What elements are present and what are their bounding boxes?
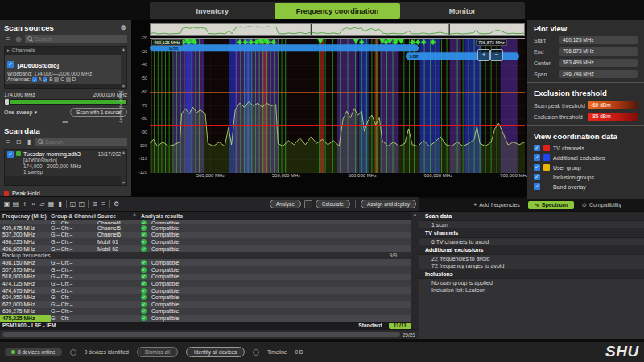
exclusion-threshold-field[interactable]: -85 dBm xyxy=(588,113,638,121)
table-footer-group[interactable]: PSM1000 - L8E - IEM Standard 11/11 ▾ xyxy=(0,322,419,330)
y-tick-label: -50 xyxy=(131,76,147,80)
table-horizontal-scrollbar[interactable]: 29/29 xyxy=(0,331,419,339)
table-row[interactable]: 496,225 MHzG:– Ch:–Mobil 01✓Compatible xyxy=(0,238,411,245)
spectrum-overview-strip[interactable] xyxy=(150,23,525,36)
checkbox-checked[interactable]: ✓ xyxy=(534,145,540,151)
col-source[interactable]: Source xyxy=(97,213,133,219)
y-tick-label: -40 xyxy=(131,62,147,67)
zoom-out-button[interactable]: − xyxy=(490,49,503,61)
antenna-b-checkbox[interactable]: ✓ xyxy=(43,77,47,82)
table-vertical-scrollbar[interactable]: ▲ xyxy=(411,212,419,329)
open-folder-icon[interactable]: ▱ xyxy=(38,200,47,208)
settings-icon[interactable]: ⚙ xyxy=(112,200,121,208)
col-analysis[interactable]: Analysis results xyxy=(141,213,213,219)
table-row[interactable]: 507,200 MHzG:– Ch:–Channel6✓Compatible xyxy=(0,232,411,239)
table-row[interactable]: 680,275 MHzG:– Ch:–✓Compatible xyxy=(0,308,411,315)
tab-compatibility[interactable]: ⊙Compatibility xyxy=(582,202,621,208)
frequency-range-slider[interactable] xyxy=(4,99,127,105)
scan-data-item[interactable]: ✓ Tuesday morning.sdb3 10/17/2023 [AD600… xyxy=(5,150,126,176)
paste-icon[interactable]: ▤ xyxy=(11,200,20,208)
import-icon[interactable]: ◱ xyxy=(68,200,77,208)
delete-scan-icon[interactable]: ▮ xyxy=(25,138,33,146)
coordination-item-2[interactable]: ✓User group xyxy=(527,162,644,172)
tab-monitor[interactable]: Monitor xyxy=(400,2,525,19)
tab-add-frequencies[interactable]: +Add frequencies xyxy=(473,202,520,208)
center-field[interactable]: 583,499 MHz xyxy=(559,59,638,67)
list-view-icon[interactable]: ≡ xyxy=(4,35,12,43)
grid-view-icon[interactable]: ⊞ xyxy=(90,200,99,208)
end-field[interactable]: 706,873 MHz xyxy=(559,47,638,56)
col-group-channel[interactable]: Group & Channel xyxy=(51,213,97,219)
compatible-icon: ✓ xyxy=(141,225,147,231)
save-icon[interactable]: ▦ xyxy=(47,200,56,208)
table-row[interactable]: 475,225 MHzG:– Ch:–✓Compatible xyxy=(0,315,411,322)
tab-frequency-coordination[interactable]: Frequency coordination xyxy=(275,3,399,19)
tab-inventory[interactable]: Inventory xyxy=(150,2,275,19)
antenna-c-checkbox[interactable] xyxy=(54,77,59,82)
checkbox-checked[interactable]: ✓ xyxy=(534,154,540,161)
zoom-in-button[interactable]: + xyxy=(477,49,490,61)
summary-line: Inclusion list: Leatcon xyxy=(419,286,644,294)
reorder-icon[interactable]: ↕ xyxy=(20,200,29,208)
checkbox-checked[interactable]: ✓ xyxy=(7,151,14,158)
analyze-checkbox[interactable] xyxy=(304,200,312,208)
antenna-a-checkbox[interactable]: ✓ xyxy=(32,77,37,82)
spectrum-plot[interactable]: G56L8E xyxy=(150,38,525,173)
assign-deploy-button[interactable]: Assign and deploy xyxy=(361,200,416,208)
footer-group-label: PSM1000 - L8E - IEM xyxy=(2,323,56,328)
gear-icon[interactable]: ⚙ xyxy=(119,24,127,31)
tab-spectrum[interactable]: ∿Spectrum xyxy=(528,201,574,209)
analysis-text: Compatible xyxy=(151,281,179,286)
y-tick-label: -90 xyxy=(131,130,147,134)
table-group-row[interactable]: Backup frequencies9/9 xyxy=(0,252,411,259)
tree-item-channels[interactable]: ▸ Channels xyxy=(5,47,126,55)
filter-icon[interactable]: ≡ xyxy=(99,200,108,208)
list-view-icon[interactable]: ≡ xyxy=(4,138,12,146)
col-frequency[interactable]: Frequency (MHz) xyxy=(0,213,51,219)
identify-all-devices-button[interactable]: Identify all devices xyxy=(186,347,245,357)
coordination-item-4[interactable]: ✓Band overlay xyxy=(527,182,644,191)
table-row[interactable]: 474,125 MHzG:– Ch:–✓Compatible xyxy=(0,280,411,287)
footer-count-badge: 11/11 xyxy=(389,323,411,329)
table-row[interactable]: 604,950 MHzG:– Ch:–✓Compatible xyxy=(0,294,411,301)
table-row[interactable]: 498,150 MHzG:– Ch:–✓Compatible xyxy=(0,259,411,266)
dismiss-all-button[interactable]: Dismiss all xyxy=(137,347,178,357)
delete-icon[interactable]: ▮ xyxy=(56,200,64,208)
start-field[interactable]: 460,125 MHz xyxy=(559,36,638,44)
scrollbar-track[interactable] xyxy=(2,332,400,337)
table-row[interactable]: 518,000 MHzG:– Ch:–✓Compatible xyxy=(0,274,411,281)
scan-source-item[interactable]: ✓ [AD600Studio] Wideband: 174,000—2000,0… xyxy=(5,55,126,84)
table-row[interactable]: 622,000 MHzG:– Ch:–✓Compatible xyxy=(0,301,411,308)
checkbox-checked[interactable]: ✓ xyxy=(7,61,14,68)
sweep-mode-dropdown[interactable]: One sweep ▾ xyxy=(4,109,37,116)
scan-sources-search-input[interactable] xyxy=(25,35,127,43)
svg-text:L8E: L8E xyxy=(410,54,419,59)
lock-icon[interactable]: ▣ xyxy=(2,200,11,208)
coordination-item-label: User group xyxy=(553,165,581,171)
export-icon[interactable]: ◳ xyxy=(77,200,86,208)
table-row[interactable]: 507,875 MHzG:– Ch:–✓Compatible xyxy=(0,266,411,274)
list-scrollbar[interactable]: ▲▼ xyxy=(121,150,126,185)
checkbox-checked[interactable]: ✓ xyxy=(534,164,540,171)
table-row[interactable]: 496,600 MHzG:– Ch:–Mobil 02✓Compatible xyxy=(0,245,411,253)
checkbox-checked[interactable]: ✓ xyxy=(534,174,540,180)
slider-thumb[interactable] xyxy=(5,99,9,105)
analyze-button[interactable]: Analyze xyxy=(270,200,301,208)
record-icon[interactable]: ◎ xyxy=(14,35,23,43)
cell-frequency: 518,000 MHz xyxy=(0,274,51,279)
devices-online-pill[interactable]: 8 devices online xyxy=(5,348,62,356)
remove-icon[interactable]: × xyxy=(29,200,38,208)
table-row[interactable]: 499,475 MHzG:– Ch:–Channel5✓Compatible xyxy=(0,224,411,232)
import-scan-icon[interactable]: ⊡ xyxy=(14,138,23,146)
span-field[interactable]: 246,748 MHz xyxy=(559,70,638,78)
calculate-button[interactable]: Calculate xyxy=(316,200,350,208)
scan-data-search-input[interactable] xyxy=(35,138,127,146)
scan-peak-threshold-field[interactable]: -60 dBm xyxy=(588,101,638,109)
coordination-item-0[interactable]: ✓TV channels xyxy=(527,143,644,153)
checkbox-checked[interactable]: ✓ xyxy=(534,183,540,190)
table-row[interactable]: 474,475 MHzG:– Ch:–✓Compatible xyxy=(0,287,411,294)
antenna-d-checkbox[interactable] xyxy=(66,77,71,82)
coordination-item-1[interactable]: ✓Additional exclusions xyxy=(527,153,644,162)
footer-mode[interactable]: Standard xyxy=(358,323,382,328)
coordination-item-3[interactable]: ✓Inclusion groups xyxy=(527,172,644,182)
